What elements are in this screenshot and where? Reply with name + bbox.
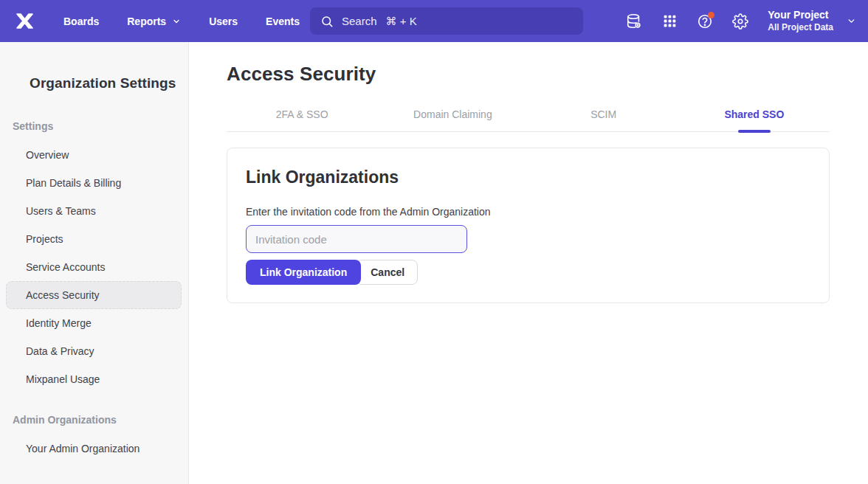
- project-switcher[interactable]: Your Project All Project Data: [768, 9, 856, 33]
- chevron-down-icon: [847, 16, 856, 26]
- settings-sidebar: Organization Settings Settings Overview …: [0, 42, 189, 484]
- tab-shared-sso-label: Shared SSO: [724, 108, 784, 120]
- sidebar-section-admin-organizations: Admin Organizations: [0, 414, 188, 426]
- nav-boards[interactable]: Boards: [63, 15, 99, 27]
- notification-dot: [708, 12, 714, 18]
- sidebar-item-data-privacy[interactable]: Data & Privacy: [6, 337, 182, 365]
- main-content: Access Security 2FA & SSO Domain Claimin…: [189, 42, 868, 484]
- project-name: Your Project: [768, 9, 833, 22]
- settings-gear-icon[interactable]: [732, 13, 748, 30]
- chevron-down-icon: [172, 17, 181, 26]
- project-text: Your Project All Project Data: [768, 9, 833, 33]
- sidebar-item-access-security[interactable]: Access Security: [6, 281, 182, 309]
- data-management-icon[interactable]: [626, 13, 642, 30]
- sidebar-title: Organization Settings: [0, 42, 188, 91]
- nav-events[interactable]: Events: [266, 15, 300, 27]
- access-security-tabs: 2FA & SSO Domain Claiming SCIM Shared SS…: [227, 106, 830, 132]
- sidebar-item-overview[interactable]: Overview: [6, 141, 182, 169]
- nav-reports-label: Reports: [127, 15, 166, 27]
- search-input[interactable]: Search ⌘ + K: [310, 7, 583, 35]
- nav-users[interactable]: Users: [209, 15, 238, 27]
- invitation-code-label: Enter the invitation code from the Admin…: [246, 206, 811, 218]
- sidebar-item-identity-merge[interactable]: Identity Merge: [6, 309, 182, 337]
- help-icon[interactable]: [697, 13, 713, 30]
- sidebar-settings-items: Overview Plan Details & Billing Users & …: [0, 141, 188, 393]
- page-title: Access Security: [227, 62, 830, 86]
- primary-nav: Boards Reports Users Events: [63, 15, 328, 27]
- invitation-code-input[interactable]: [246, 225, 467, 253]
- apps-grid-icon[interactable]: [661, 13, 678, 30]
- sidebar-item-plan-details-billing[interactable]: Plan Details & Billing: [6, 169, 182, 197]
- search-shortcut: ⌘ + K: [386, 15, 417, 28]
- cancel-button[interactable]: Cancel: [356, 260, 418, 285]
- link-organizations-card: Link Organizations Enter the invitation …: [227, 148, 830, 303]
- card-button-row: Link Organization Cancel: [246, 260, 811, 285]
- top-navigation-bar: Boards Reports Users Events Search ⌘ + K: [0, 0, 868, 42]
- sidebar-item-your-admin-organization[interactable]: Your Admin Organization: [6, 435, 182, 463]
- project-dataset: All Project Data: [768, 22, 833, 33]
- tab-scim[interactable]: SCIM: [528, 106, 679, 131]
- search-placeholder: Search: [342, 15, 377, 27]
- nav-reports[interactable]: Reports: [127, 15, 181, 27]
- mixpanel-logo[interactable]: [15, 13, 35, 30]
- sidebar-item-service-accounts[interactable]: Service Accounts: [6, 253, 182, 281]
- sidebar-item-mixpanel-usage[interactable]: Mixpanel Usage: [6, 365, 182, 393]
- tab-domain-claiming[interactable]: Domain Claiming: [377, 106, 528, 131]
- sidebar-section-settings: Settings: [0, 120, 188, 132]
- tab-shared-sso[interactable]: Shared SSO: [679, 106, 830, 131]
- link-organization-button[interactable]: Link Organization: [246, 260, 361, 285]
- card-title: Link Organizations: [246, 166, 811, 188]
- topbar-right-group: Your Project All Project Data: [607, 0, 856, 42]
- tab-2fa-sso[interactable]: 2FA & SSO: [227, 106, 377, 131]
- search-icon: [320, 15, 334, 28]
- active-tab-underline: [738, 130, 771, 133]
- sidebar-item-projects[interactable]: Projects: [6, 225, 182, 253]
- sidebar-item-users-teams[interactable]: Users & Teams: [6, 197, 182, 225]
- sidebar-admin-items: Your Admin Organization: [0, 435, 188, 463]
